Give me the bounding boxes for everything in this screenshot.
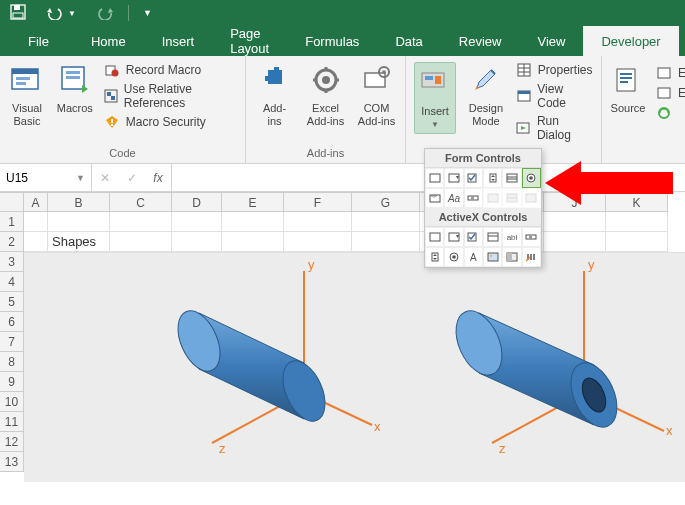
svg-text:x: x — [666, 423, 673, 438]
form-scrollbar-icon[interactable] — [464, 188, 483, 208]
source-button[interactable]: Source — [610, 62, 646, 115]
form-groupbox-icon[interactable]: xyz — [425, 188, 444, 208]
cell[interactable] — [48, 212, 110, 232]
tab-page-layout[interactable]: Page Layout — [212, 26, 287, 56]
row-header-9[interactable]: 9 — [0, 372, 24, 392]
row-header-10[interactable]: 10 — [0, 392, 24, 412]
row-header-13[interactable]: 13 — [0, 452, 24, 472]
record-macro-button[interactable]: Record Macro — [104, 62, 237, 78]
col-header-D[interactable]: D — [172, 193, 222, 212]
com-addins-button[interactable]: COM Add-ins — [356, 62, 397, 128]
tab-formulas[interactable]: Formulas — [287, 26, 377, 56]
cell[interactable] — [544, 232, 606, 252]
cell[interactable] — [606, 232, 668, 252]
form-label-icon[interactable]: Aa — [444, 188, 463, 208]
row-header-4[interactable]: 4 — [0, 272, 24, 292]
tab-home[interactable]: Home — [73, 26, 144, 56]
cell[interactable] — [172, 212, 222, 232]
cell[interactable] — [284, 212, 352, 232]
row-header-5[interactable]: 5 — [0, 292, 24, 312]
separator — [128, 5, 129, 21]
form-spin-icon[interactable] — [483, 168, 502, 188]
fx-icon[interactable]: fx — [153, 171, 162, 185]
cell[interactable] — [222, 212, 284, 232]
ax-image-icon[interactable] — [483, 247, 502, 267]
form-option-button-icon[interactable] — [522, 168, 541, 188]
save-icon[interactable] — [10, 4, 26, 23]
xml-row-3[interactable] — [656, 105, 685, 121]
form-listbox-icon[interactable] — [502, 168, 521, 188]
ax-more-icon[interactable] — [522, 247, 541, 267]
form-button-icon[interactable] — [425, 168, 444, 188]
macros-button[interactable]: Macros — [56, 62, 94, 115]
cell[interactable]: Shapes — [48, 232, 110, 252]
select-all-corner[interactable] — [0, 192, 24, 212]
row-headers[interactable]: 12345678910111213 — [0, 212, 24, 472]
xml-row-1[interactable]: Ex — [656, 65, 685, 81]
row-header-1[interactable]: 1 — [0, 212, 24, 232]
col-header-A[interactable]: A — [24, 193, 48, 212]
insert-controls-button[interactable]: Insert ▼ — [414, 62, 456, 134]
cell[interactable] — [606, 212, 668, 232]
col-header-G[interactable]: G — [352, 193, 420, 212]
cell[interactable] — [284, 232, 352, 252]
ax-textbox-icon[interactable]: abl — [502, 227, 521, 247]
form-checkbox-icon[interactable] — [464, 168, 483, 188]
view-code-button[interactable]: View Code — [516, 82, 593, 110]
qat-customize-icon[interactable]: ▼ — [143, 8, 152, 18]
cell[interactable] — [24, 212, 48, 232]
cancel-formula-icon[interactable]: ✕ — [100, 171, 110, 185]
ax-listbox-icon[interactable] — [483, 227, 502, 247]
ax-toggle-icon[interactable] — [502, 247, 521, 267]
cell[interactable] — [172, 232, 222, 252]
design-mode-button[interactable]: Design Mode — [466, 62, 506, 128]
name-box-dropdown-icon[interactable]: ▼ — [76, 173, 85, 183]
addins-button[interactable]: Add- ins — [254, 62, 295, 128]
redo-icon[interactable] — [96, 6, 114, 20]
tell-me[interactable]: T — [679, 34, 685, 49]
cell[interactable] — [544, 212, 606, 232]
ax-scrollbar-icon[interactable] — [522, 227, 541, 247]
ax-option-icon[interactable] — [444, 247, 463, 267]
macro-security-button[interactable]: Macro Security — [104, 114, 237, 130]
cell[interactable] — [352, 212, 420, 232]
enter-formula-icon[interactable]: ✓ — [127, 171, 137, 185]
tab-file[interactable]: File — [18, 26, 73, 56]
ax-spin-icon[interactable] — [425, 247, 444, 267]
tab-insert[interactable]: Insert — [144, 26, 213, 56]
xml-row-2[interactable]: Ex — [656, 85, 685, 101]
cell[interactable] — [222, 232, 284, 252]
ax-label-icon[interactable]: A — [464, 247, 483, 267]
properties-button[interactable]: Properties — [516, 62, 593, 78]
row-header-7[interactable]: 7 — [0, 332, 24, 352]
row-header-2[interactable]: 2 — [0, 232, 24, 252]
excel-addins-button[interactable]: Excel Add-ins — [305, 62, 346, 128]
tab-data[interactable]: Data — [377, 26, 440, 56]
tab-view[interactable]: View — [519, 26, 583, 56]
col-header-C[interactable]: C — [110, 193, 172, 212]
cell[interactable] — [352, 232, 420, 252]
col-header-E[interactable]: E — [222, 193, 284, 212]
row-header-6[interactable]: 6 — [0, 312, 24, 332]
tab-developer[interactable]: Developer — [583, 26, 678, 56]
row-header-12[interactable]: 12 — [0, 432, 24, 452]
name-box[interactable]: U15 ▼ — [0, 164, 92, 191]
tab-review[interactable]: Review — [441, 26, 520, 56]
ax-command-button-icon[interactable] — [425, 227, 444, 247]
form-combo-icon[interactable] — [444, 168, 463, 188]
relative-references-button[interactable]: Use Relative References — [104, 82, 237, 110]
cell[interactable] — [24, 232, 48, 252]
cell[interactable] — [110, 232, 172, 252]
visual-basic-button[interactable]: Visual Basic — [8, 62, 46, 128]
ax-combo-icon[interactable] — [444, 227, 463, 247]
row-header-11[interactable]: 11 — [0, 412, 24, 432]
run-dialog-button[interactable]: Run Dialog — [516, 114, 593, 142]
ax-checkbox-icon[interactable] — [464, 227, 483, 247]
col-header-B[interactable]: B — [48, 193, 110, 212]
cell[interactable] — [110, 212, 172, 232]
col-header-F[interactable]: F — [284, 193, 352, 212]
row-header-8[interactable]: 8 — [0, 352, 24, 372]
dropdown-icon[interactable]: ▼ — [68, 9, 76, 18]
undo-icon[interactable] — [46, 6, 64, 20]
row-header-3[interactable]: 3 — [0, 252, 24, 272]
